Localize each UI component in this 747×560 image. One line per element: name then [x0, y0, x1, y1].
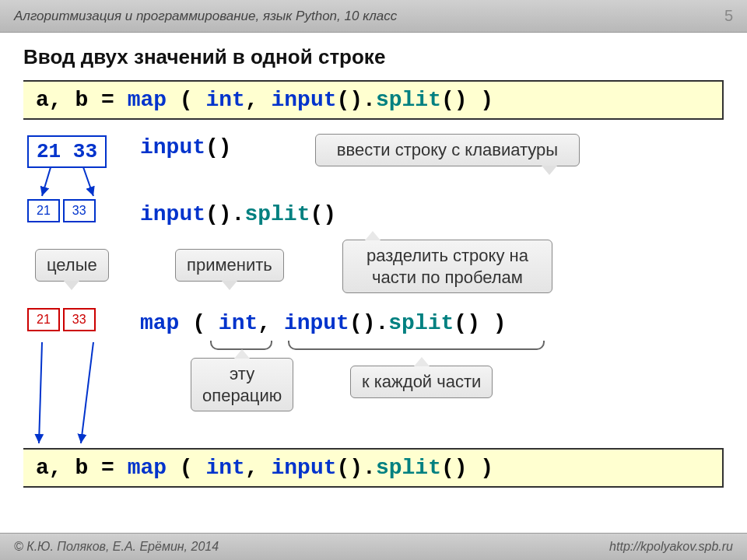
- page-number: 5: [724, 7, 733, 25]
- footer-bar: © К.Ю. Поляков, Е.А. Ерёмин, 2014 http:/…: [0, 533, 747, 560]
- step2-code: input().split(): [140, 202, 336, 226]
- breadcrumb: Алгоритмизация и программирование, язык …: [14, 9, 397, 24]
- footer-right: http://kpolyakov.spb.ru: [609, 540, 733, 554]
- svg-line-0: [42, 165, 51, 196]
- step2-boxes: 21 33: [27, 199, 96, 222]
- code-top: a, b = map ( int, input().split() ): [23, 80, 724, 120]
- step2-left: 21: [27, 199, 60, 222]
- step1-code: input(): [140, 135, 232, 159]
- callout-apply: применить: [175, 249, 284, 282]
- callout-input: ввести строку с клавиатуры: [315, 134, 580, 166]
- svg-line-2: [39, 342, 42, 443]
- slide-title: Ввод двух значений в одной строке: [0, 33, 747, 75]
- step3-right: 33: [63, 308, 96, 331]
- header-bar: Алгоритмизация и программирование, язык …: [0, 0, 747, 33]
- step3-left: 21: [27, 308, 60, 331]
- callout-eachpart: к каждой части: [350, 366, 493, 398]
- step1-box: 21 33: [27, 135, 107, 168]
- footer-left: © К.Ю. Поляков, Е.А. Ерёмин, 2014: [14, 540, 219, 554]
- step2-right: 33: [63, 199, 96, 222]
- callout-operation: эту операцию: [191, 358, 293, 411]
- arrows-svg: [23, 124, 724, 482]
- svg-line-1: [82, 165, 93, 196]
- code-bottom: a, b = map ( int, input().split() ): [23, 448, 724, 488]
- diagram-stage: 21 33 input() ввести строку с клавиатуры…: [23, 124, 724, 482]
- step3-boxes: 21 33: [27, 308, 96, 331]
- svg-line-3: [81, 342, 93, 443]
- step3-code: map ( int, input().split() ): [140, 311, 507, 335]
- callout-split: разделить строку на части по пробелам: [342, 240, 552, 293]
- callout-integers: целые: [35, 249, 109, 282]
- content-area: a, b = map ( int, input().split() ) 21 3…: [0, 80, 747, 482]
- brace-inputsplit: [288, 341, 545, 350]
